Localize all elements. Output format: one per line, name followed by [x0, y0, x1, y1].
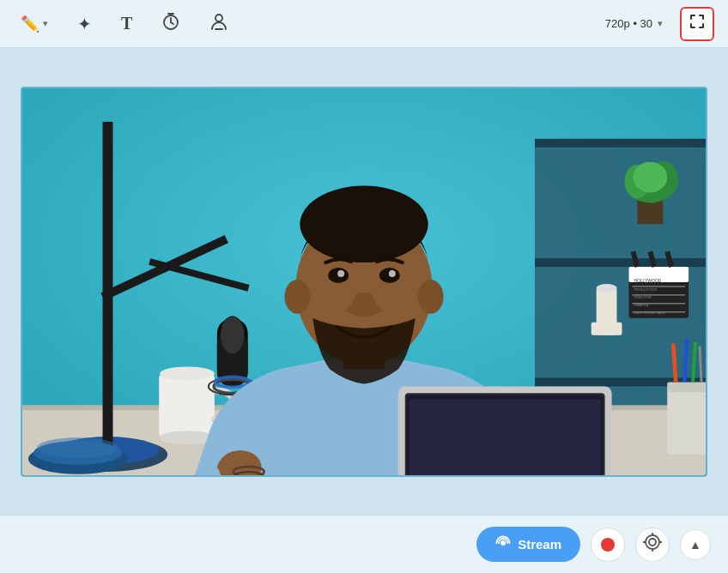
- svg-text:CAMERA: CAMERA: [634, 302, 648, 306]
- svg-rect-36: [159, 373, 215, 437]
- svg-point-77: [500, 540, 506, 546]
- svg-point-79: [649, 539, 656, 546]
- main-content: HOLLYWOOD PRODUCTION DIRECTOR CAMERA DAT…: [0, 48, 728, 515]
- text-icon: T: [121, 14, 132, 33]
- expand-button[interactable]: ▲: [680, 529, 711, 560]
- record-dot: [601, 538, 615, 552]
- svg-point-37: [160, 366, 215, 380]
- resolution-label: 720p • 30: [605, 17, 652, 30]
- svg-point-55: [418, 280, 444, 314]
- fullscreen-icon: [689, 13, 706, 34]
- resolution-chevron: ▾: [658, 18, 663, 29]
- toolbar-right: 720p • 30 ▾: [597, 7, 714, 41]
- svg-point-4: [215, 15, 222, 21]
- svg-point-59: [389, 270, 396, 277]
- person-icon: [209, 12, 228, 35]
- svg-rect-10: [535, 258, 706, 267]
- svg-rect-32: [592, 322, 622, 335]
- magic-tool-button[interactable]: ✦: [70, 9, 99, 39]
- svg-point-54: [284, 280, 310, 314]
- expand-chevron-icon: ▲: [689, 538, 701, 552]
- toolbar: ✏️ ▾ ✦ T: [0, 0, 728, 48]
- svg-point-70: [37, 437, 119, 458]
- svg-line-73: [673, 343, 676, 382]
- timer-tool-button[interactable]: [155, 7, 187, 40]
- svg-rect-67: [410, 399, 601, 475]
- toolbar-left: ✏️ ▾ ✦ T: [14, 7, 235, 40]
- snapshot-button[interactable]: [635, 528, 670, 562]
- person-tool-button[interactable]: [203, 7, 235, 40]
- svg-text:DATE   SCENE   TAKE: DATE SCENE TAKE: [634, 310, 665, 314]
- snapshot-icon: [643, 533, 662, 556]
- pen-tool-button[interactable]: ✏️ ▾: [14, 9, 55, 39]
- svg-text:HOLLYWOOD: HOLLYWOOD: [634, 278, 661, 282]
- svg-rect-72: [667, 382, 706, 392]
- fullscreen-button[interactable]: [680, 7, 714, 41]
- svg-point-16: [633, 161, 667, 192]
- pen-icon: ✏️: [21, 15, 39, 33]
- scene: HOLLYWOOD PRODUCTION DIRECTOR CAMERA DAT…: [22, 88, 706, 475]
- pen-dropdown-chevron: ▾: [43, 18, 48, 29]
- svg-rect-71: [667, 386, 706, 455]
- svg-point-78: [646, 535, 659, 549]
- timer-icon: [161, 12, 180, 35]
- svg-point-53: [300, 185, 428, 262]
- svg-point-33: [597, 283, 617, 292]
- video-frame: HOLLYWOOD PRODUCTION DIRECTOR CAMERA DAT…: [21, 87, 707, 477]
- svg-line-76: [700, 346, 701, 382]
- stream-button[interactable]: Stream: [476, 527, 580, 562]
- bottom-bar: Stream ▲: [0, 515, 728, 573]
- svg-rect-9: [535, 138, 706, 147]
- svg-point-58: [337, 270, 344, 277]
- stream-icon: [495, 535, 511, 553]
- svg-text:PRODUCTION: PRODUCTION: [634, 286, 657, 291]
- svg-point-46: [221, 316, 245, 353]
- svg-line-2: [171, 22, 173, 24]
- text-tool-button[interactable]: T: [114, 9, 139, 39]
- svg-text:DIRECTOR: DIRECTOR: [634, 294, 652, 299]
- stream-label: Stream: [518, 537, 561, 552]
- resolution-button[interactable]: 720p • 30 ▾: [597, 13, 671, 34]
- magic-icon: ✦: [77, 14, 92, 34]
- record-button[interactable]: [591, 528, 625, 562]
